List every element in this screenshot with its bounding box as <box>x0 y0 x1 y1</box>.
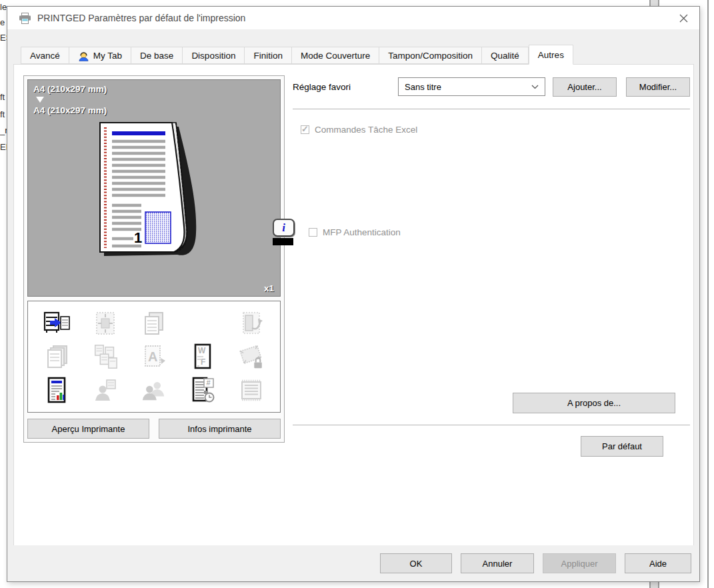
dialog-title: PRINTGED Paramètres par défaut de l'impr… <box>37 13 245 23</box>
paper-stack-icon <box>43 343 71 371</box>
background-text-fragment: ft <box>0 109 5 119</box>
close-icon <box>679 14 688 23</box>
font-icon: A <box>140 343 168 371</box>
tab-mode-couverture[interactable]: Mode Couverture <box>292 47 379 64</box>
svg-text:#: # <box>207 379 211 387</box>
tab-disposition[interactable]: Disposition <box>183 47 245 64</box>
printer-info-button[interactable]: Infos imprimante <box>159 419 281 439</box>
page-number: 1 <box>134 229 142 246</box>
apply-button[interactable]: Appliquer <box>543 553 616 573</box>
svg-text:W: W <box>198 346 206 355</box>
excel-commands-label: Commandes Tâche Excel <box>315 125 417 135</box>
background-text-fragment: le <box>0 2 7 12</box>
watermark-icon: W F <box>189 343 217 371</box>
tab-tampon-composition[interactable]: Tampon/Composition <box>379 47 482 64</box>
screen: le e ES ft ft _r ED PRINTGED Paramètres … <box>0 0 714 588</box>
tab-bar: Avancé My Tab De base Disposition Finiti… <box>21 44 573 64</box>
status-icon-grid: A W F <box>27 301 281 413</box>
empty-cell <box>189 309 217 337</box>
multi-user-icon <box>140 376 168 404</box>
background-text-fragment: e <box>0 17 5 27</box>
tab-autres[interactable]: Autres <box>529 45 573 65</box>
mfp-authentication-checkbox[interactable]: MFP Authentication <box>309 227 401 237</box>
background-window-edge <box>707 0 709 588</box>
lined-paper-icon <box>237 376 265 404</box>
excel-commands-checkbox[interactable]: Commandes Tâche Excel <box>301 125 417 135</box>
title-bar: PRINTGED Paramètres par défaut de l'impr… <box>7 7 699 29</box>
about-button[interactable]: A propos de... <box>513 393 675 413</box>
ok-button[interactable]: OK <box>380 553 452 573</box>
separator <box>293 425 690 425</box>
tab-avance[interactable]: Avancé <box>21 47 69 64</box>
my-tab-person-icon <box>78 50 89 61</box>
svg-text:A: A <box>148 349 157 364</box>
close-button[interactable] <box>667 7 699 29</box>
tab-de-base[interactable]: De base <box>131 47 183 64</box>
tab-qualite[interactable]: Qualité <box>482 47 529 64</box>
dialog-footer: OK Annuler Appliquer Aide <box>7 545 699 581</box>
info-icon: i <box>273 219 297 245</box>
paper-preview: A4 (210x297 mm) A4 (210x297 mm) <box>27 79 281 297</box>
scale-label: x1 <box>264 283 274 293</box>
door-exit-icon <box>237 309 265 337</box>
collate-icon <box>140 309 168 337</box>
tab-finition[interactable]: Finition <box>245 47 292 64</box>
poster-icon <box>91 309 119 337</box>
cancel-button[interactable]: Annuler <box>461 553 534 573</box>
preview-group: A4 (210x297 mm) A4 (210x297 mm) <box>23 75 285 443</box>
output-format-label: A4 (210x297 mm) <box>33 105 107 115</box>
favorite-selected-value: Sans titre <box>405 82 441 92</box>
tab-my-tab[interactable]: My Tab <box>69 47 131 64</box>
background-scrollbar-thumb <box>649 0 659 6</box>
help-button[interactable]: Aide <box>625 553 691 573</box>
report-icon <box>43 376 71 404</box>
secure-lock-icon <box>237 343 265 371</box>
favorite-setting-label: Réglage favori <box>293 82 351 92</box>
printer-preview-button[interactable]: Aperçu Imprimante <box>27 419 149 439</box>
tab-page-autres: A4 (210x297 mm) A4 (210x297 mm) <box>13 64 694 546</box>
modify-favorite-button[interactable]: Modifier... <box>626 77 690 97</box>
page-illustration: 1 <box>96 119 208 269</box>
paper-source-icon <box>43 309 71 337</box>
format-arrow-icon <box>36 97 44 103</box>
combination-icon <box>91 343 119 371</box>
checkbox-box <box>301 125 309 134</box>
printer-defaults-dialog: PRINTGED Paramètres par défaut de l'impr… <box>7 6 700 582</box>
svg-text:F: F <box>201 357 205 367</box>
chevron-down-icon <box>531 85 539 89</box>
favorite-setting-select[interactable]: Sans titre <box>398 77 545 96</box>
source-format-label: A4 (210x297 mm) <box>33 84 107 94</box>
separator <box>293 109 690 109</box>
job-number-icon: # <box>189 376 217 404</box>
checkbox-box <box>309 228 317 237</box>
mfp-authentication-label: MFP Authentication <box>323 227 401 237</box>
default-button[interactable]: Par défaut <box>581 436 663 457</box>
printer-icon <box>19 13 31 24</box>
info-icon-base <box>273 238 293 245</box>
info-key-glyph: i <box>273 219 295 237</box>
add-favorite-button[interactable]: Ajouter... <box>553 77 617 97</box>
background-text-fragment: ft <box>0 92 5 102</box>
single-user-icon <box>91 376 119 404</box>
